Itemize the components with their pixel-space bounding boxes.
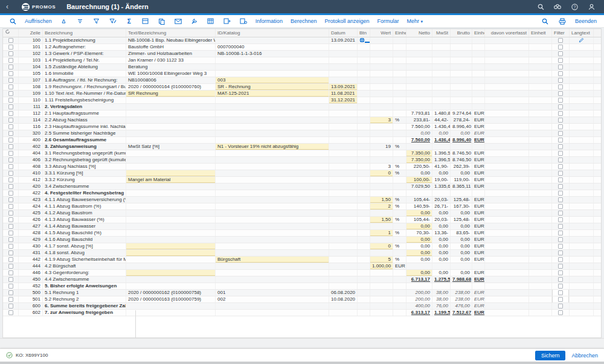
input-text[interactable] bbox=[126, 250, 216, 256]
input-id[interactable]: N1 - Vorsteuer 19% nicht abzugsfähig bbox=[216, 144, 329, 150]
filter-checkbox[interactable] bbox=[558, 277, 563, 282]
row-select-checkbox[interactable] bbox=[8, 138, 13, 142]
column-header-e3[interactable]: Einheit bbox=[529, 29, 552, 37]
row-select-checkbox[interactable] bbox=[8, 144, 13, 149]
filter-checkbox[interactable] bbox=[558, 310, 563, 315]
row-select-checkbox[interactable] bbox=[8, 310, 13, 315]
row-select-checkbox[interactable] bbox=[8, 111, 13, 116]
subtotal-icon[interactable] bbox=[141, 17, 150, 25]
table-export-icon[interactable] bbox=[223, 17, 231, 25]
input-text[interactable]: Mangel am Material bbox=[126, 177, 216, 183]
filter-icon[interactable] bbox=[92, 17, 101, 25]
row-select-checkbox[interactable] bbox=[8, 38, 13, 43]
input-wert[interactable]: 1 bbox=[370, 230, 393, 236]
column-header-davon[interactable]: davon vorerfasst bbox=[485, 29, 529, 37]
input-datum[interactable]: 13.09.2021 bbox=[329, 84, 358, 90]
cancel-button[interactable]: Abbrechen bbox=[571, 353, 598, 359]
tools-icon[interactable] bbox=[190, 17, 199, 25]
formular-button[interactable]: Formular bbox=[378, 18, 399, 24]
row-select-checkbox[interactable] bbox=[8, 224, 13, 229]
copy-icon[interactable] bbox=[158, 17, 166, 25]
input-wert[interactable]: 2 bbox=[370, 203, 393, 209]
row-select-checkbox[interactable] bbox=[8, 184, 13, 189]
input-netto[interactable]: 100,00- bbox=[406, 177, 432, 183]
column-header-e1[interactable]: Einheit bbox=[393, 29, 406, 37]
filter-checkbox[interactable] bbox=[558, 251, 563, 255]
filter-checkbox[interactable] bbox=[558, 224, 563, 229]
filter-checkbox[interactable] bbox=[558, 58, 563, 63]
column-header-brutto[interactable]: Brutto bbox=[451, 29, 472, 37]
row-select-checkbox[interactable] bbox=[8, 211, 13, 216]
column-header-zeile[interactable]: Zeile bbox=[19, 29, 43, 37]
row-select-checkbox[interactable] bbox=[8, 58, 13, 63]
save-button[interactable]: Sichern bbox=[535, 351, 566, 360]
column-header-lang[interactable]: Langtext bbox=[570, 29, 594, 37]
row-select-checkbox[interactable] bbox=[8, 171, 13, 176]
column-header-id[interactable]: ID/Katalog bbox=[216, 29, 329, 37]
column-header-wert[interactable]: Wert bbox=[370, 29, 393, 37]
btn-input-underline[interactable] bbox=[365, 38, 370, 43]
filter-checkbox[interactable] bbox=[558, 217, 563, 222]
table-icon[interactable] bbox=[207, 17, 215, 25]
input-netto[interactable]: 7.350,00 bbox=[406, 150, 432, 156]
filter-checkbox[interactable] bbox=[558, 144, 563, 149]
input-datum[interactable]: 31.12.2021 bbox=[329, 97, 358, 103]
column-header-datum[interactable]: Datum bbox=[329, 29, 358, 37]
row-select-checkbox[interactable] bbox=[8, 78, 13, 83]
row-select-checkbox[interactable] bbox=[8, 257, 13, 262]
mail-icon[interactable] bbox=[174, 17, 182, 25]
refresh-button[interactable]: Auffrischen bbox=[25, 18, 52, 24]
filter-checkbox[interactable] bbox=[558, 290, 563, 295]
row-select-checkbox[interactable] bbox=[8, 244, 13, 249]
filter-checkbox[interactable] bbox=[558, 304, 563, 308]
input-wert[interactable]: 1,50 bbox=[370, 217, 393, 223]
input-netto[interactable]: 0,00 bbox=[406, 223, 432, 229]
sort-descending-icon[interactable] bbox=[76, 17, 85, 25]
back-icon[interactable]: ‹ bbox=[0, 2, 14, 11]
row-select-checkbox[interactable] bbox=[8, 118, 13, 123]
mehr-menu-button[interactable]: Mehr ▾ bbox=[407, 18, 423, 24]
column-header-e2[interactable]: Einheit bbox=[472, 29, 485, 37]
filter-checkbox[interactable] bbox=[558, 45, 563, 49]
input-datum[interactable]: 11.08.2021 bbox=[329, 91, 358, 97]
row-select-checkbox[interactable] bbox=[8, 231, 13, 235]
filter-checkbox[interactable] bbox=[558, 124, 563, 129]
filter-checkbox[interactable] bbox=[558, 184, 563, 189]
column-header-btn[interactable]: Btn bbox=[358, 29, 370, 37]
row-select-checkbox[interactable] bbox=[8, 217, 13, 222]
row-select-checkbox[interactable] bbox=[8, 164, 13, 169]
row-select-checkbox[interactable] bbox=[8, 284, 13, 289]
filter-checkbox[interactable] bbox=[558, 71, 563, 76]
filter-checkbox[interactable] bbox=[558, 257, 563, 262]
filter-checkbox[interactable] bbox=[558, 171, 563, 176]
filter-checkbox[interactable] bbox=[558, 51, 563, 56]
grid-search-icon[interactable] bbox=[541, 17, 550, 25]
row-select-checkbox[interactable] bbox=[8, 297, 13, 302]
filter-checkbox[interactable] bbox=[558, 284, 563, 289]
row-select-checkbox[interactable] bbox=[8, 204, 13, 209]
column-header-mwst[interactable]: MwSt bbox=[432, 29, 451, 37]
column-header-bez[interactable]: Bezeichnung bbox=[43, 29, 126, 37]
input-wert[interactable]: 3 bbox=[370, 117, 393, 123]
information-button[interactable]: Information bbox=[255, 18, 283, 24]
row-select-checkbox[interactable] bbox=[8, 131, 13, 136]
row-select-checkbox[interactable] bbox=[8, 277, 13, 282]
filter-checkbox[interactable] bbox=[558, 231, 563, 235]
row-select-checkbox[interactable] bbox=[8, 65, 13, 69]
row-select-checkbox[interactable] bbox=[8, 85, 13, 89]
input-wert[interactable]: 0 bbox=[370, 243, 393, 249]
filter-checkbox[interactable] bbox=[558, 158, 563, 162]
filter-checkbox[interactable] bbox=[558, 38, 563, 43]
row-select-checkbox[interactable] bbox=[8, 177, 13, 182]
row-select-checkbox[interactable] bbox=[8, 251, 13, 255]
filter-checkbox[interactable] bbox=[558, 131, 563, 136]
shell-search-icon[interactable] bbox=[536, 2, 545, 11]
row-select-checkbox[interactable] bbox=[8, 237, 13, 242]
row-select-checkbox[interactable] bbox=[8, 124, 13, 129]
filter-checkbox[interactable] bbox=[558, 297, 563, 302]
filter-checkbox[interactable] bbox=[558, 197, 563, 202]
binoculars-icon[interactable] bbox=[553, 2, 562, 11]
row-select-checkbox[interactable] bbox=[8, 45, 13, 49]
input-wert[interactable]: 1,50 bbox=[370, 197, 393, 203]
reset-sort-icon[interactable] bbox=[5, 29, 10, 34]
